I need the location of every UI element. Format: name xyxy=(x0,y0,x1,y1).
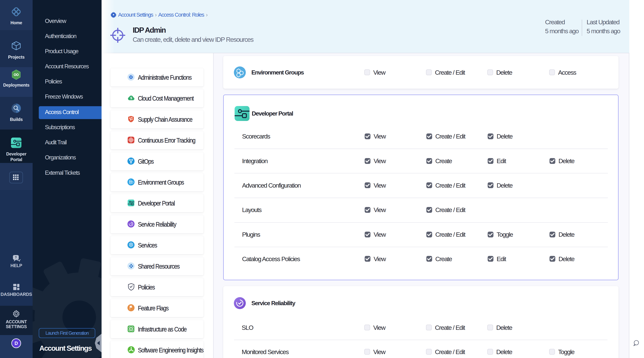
svg-text:?: ? xyxy=(15,256,17,259)
svg-text:$: $ xyxy=(130,96,132,100)
